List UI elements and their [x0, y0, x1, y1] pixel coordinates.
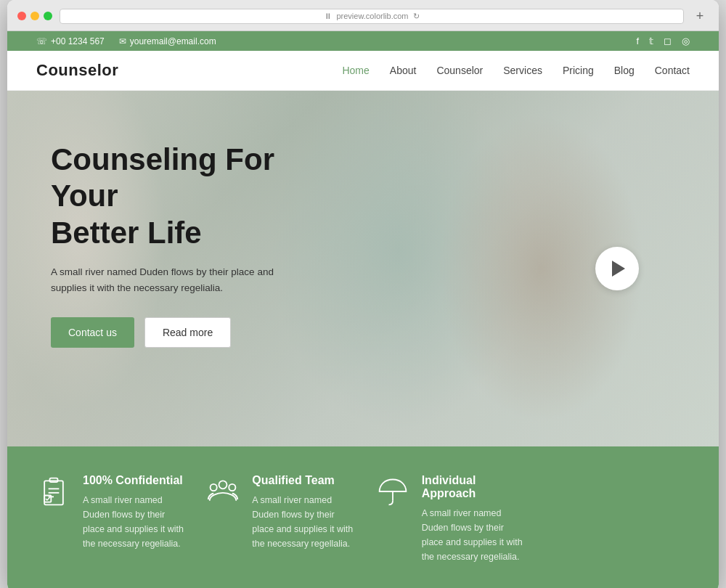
new-tab-button[interactable]: +: [691, 7, 709, 25]
top-bar: ☏ +00 1234 567 ✉ youremail@email.com f 𝕥…: [7, 31, 719, 51]
hero-title-line2: Better Life: [51, 216, 202, 250]
instagram-icon[interactable]: ◻: [664, 36, 672, 46]
feature-approach-desc: A small river named Duden flows by their…: [422, 506, 523, 564]
logo[interactable]: Counselor: [36, 61, 118, 80]
play-button[interactable]: [595, 247, 639, 290]
contact-us-button[interactable]: Contact us: [51, 317, 134, 348]
nav-pricing[interactable]: Pricing: [563, 65, 594, 76]
maximize-button[interactable]: [44, 12, 52, 20]
website: ☏ +00 1234 567 ✉ youremail@email.com f 𝕥…: [7, 31, 719, 588]
minimize-button[interactable]: [30, 12, 39, 20]
browser-window: ⏸ preview.colorlib.com ↻ + ☏ +00 1234 56…: [7, 0, 719, 588]
feature-confidential: 100% Confidential A small river named Du…: [36, 474, 184, 551]
feature-approach: Individual Approach A small river named …: [375, 474, 523, 564]
top-bar-social: f 𝕥 ◻ ◎: [636, 36, 690, 46]
email-address: youremail@email.com: [130, 36, 216, 46]
phone-item: ☏ +00 1234 567: [36, 36, 105, 46]
email-item: ✉ youremail@email.com: [119, 36, 216, 46]
feature-approach-text: Individual Approach A small river named …: [422, 474, 523, 564]
svg-point-8: [229, 484, 236, 491]
traffic-lights: [17, 12, 52, 20]
read-more-button[interactable]: Read more: [144, 317, 231, 348]
nav-counselor[interactable]: Counselor: [436, 65, 483, 76]
nav-blog[interactable]: Blog: [614, 65, 635, 76]
address-bar[interactable]: ⏸ preview.colorlib.com ↻: [60, 9, 684, 24]
dribbble-icon[interactable]: ◎: [682, 36, 690, 46]
svg-point-7: [211, 484, 217, 491]
hero-section: Counseling For Your Better Life A small …: [7, 91, 719, 446]
svg-point-6: [219, 481, 227, 489]
nav-links: Home About Counselor Services Pricing Bl…: [342, 65, 690, 76]
hero-title-line1: Counseling For Your: [51, 142, 274, 213]
email-icon: ✉: [119, 36, 126, 46]
feature-team-title: Qualified Team: [252, 474, 353, 487]
twitter-icon[interactable]: 𝕥: [649, 36, 653, 46]
nav-about[interactable]: About: [390, 65, 417, 76]
phone-icon: ☏: [36, 36, 47, 46]
feature-approach-title: Individual Approach: [422, 474, 523, 500]
top-bar-left: ☏ +00 1234 567 ✉ youremail@email.com: [36, 36, 216, 46]
main-nav: Counselor Home About Counselor Services …: [7, 51, 719, 91]
facebook-icon[interactable]: f: [636, 36, 639, 46]
url-text: preview.colorlib.com: [336, 12, 408, 20]
nav-services[interactable]: Services: [503, 65, 542, 76]
feature-confidential-title: 100% Confidential: [83, 474, 184, 487]
hero-content: Counseling For Your Better Life A small …: [7, 91, 385, 399]
feature-team: Qualified Team A small river named Duden…: [205, 474, 353, 551]
umbrella-icon: [375, 474, 410, 509]
features-bar: 100% Confidential A small river named Du…: [7, 446, 719, 588]
browser-chrome: ⏸ preview.colorlib.com ↻ +: [7, 0, 719, 31]
nav-contact[interactable]: Contact: [655, 65, 690, 76]
lock-icon: ⏸: [324, 12, 332, 20]
hero-title: Counseling For Your Better Life: [51, 142, 341, 251]
feature-confidential-desc: A small river named Duden flows by their…: [83, 493, 184, 551]
nav-home[interactable]: Home: [342, 65, 369, 76]
team-icon: [205, 474, 240, 509]
feature-team-desc: A small river named Duden flows by their…: [252, 493, 353, 551]
clipboard-icon: [36, 474, 71, 509]
feature-confidential-text: 100% Confidential A small river named Du…: [83, 474, 184, 551]
close-button[interactable]: [17, 12, 26, 20]
hero-buttons: Contact us Read more: [51, 317, 341, 348]
phone-number: +00 1234 567: [51, 36, 105, 46]
feature-team-text: Qualified Team A small river named Duden…: [252, 474, 353, 551]
hero-subtitle: A small river named Duden flows by their…: [51, 264, 298, 295]
reload-icon: ↻: [413, 12, 420, 21]
